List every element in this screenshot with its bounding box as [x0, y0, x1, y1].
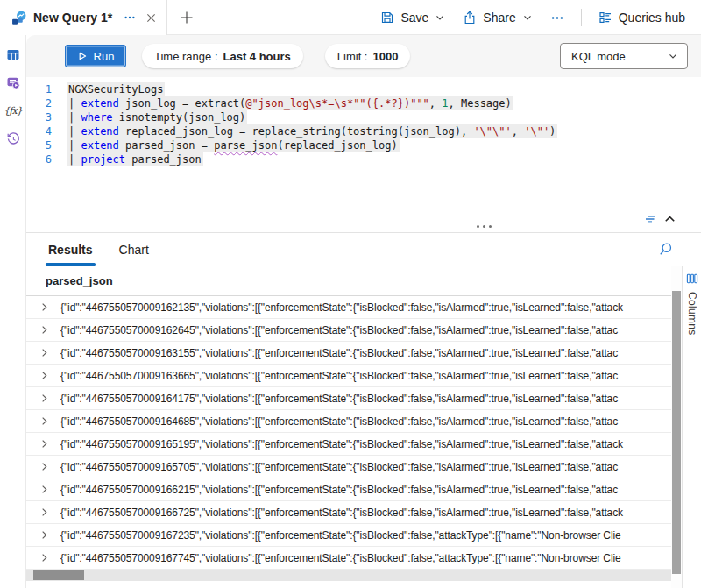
- row-expand-icon[interactable]: [39, 439, 49, 449]
- row-expand-icon[interactable]: [39, 302, 49, 312]
- query-editor[interactable]: 1NGXSecurityLogs2| extend json_log = ext…: [26, 77, 701, 233]
- table-row[interactable]: {"id":"4467550570009166215","violations"…: [26, 478, 671, 501]
- tab-chart[interactable]: Chart: [119, 233, 149, 266]
- row-json-text: {"id":"4467550570009167235","violations"…: [60, 529, 621, 542]
- table-row[interactable]: {"id":"4467550570009167745","violations"…: [26, 547, 671, 570]
- tab-title: New Query 1*: [33, 11, 112, 25]
- row-expand-icon[interactable]: [39, 507, 49, 517]
- row-expand-icon[interactable]: [39, 462, 49, 471]
- code-line[interactable]: 5| extend parsed_json = parse_json(repla…: [26, 138, 701, 152]
- main-panel: Run Time range : Last 4 hours Limit : 10…: [26, 35, 701, 588]
- horizontal-scrollbar-thumb[interactable]: [33, 570, 84, 580]
- code-line[interactable]: 2| extend json_log = extract(@"json_log\…: [26, 96, 701, 110]
- code-text: | extend replaced_json_log = replace_str…: [67, 124, 557, 138]
- play-icon: [77, 51, 88, 61]
- column-header-label: parsed_json: [46, 274, 113, 287]
- columns-icon: [686, 273, 698, 285]
- vertical-scrollbar-thumb[interactable]: [672, 291, 681, 574]
- adx-app-icon: [11, 11, 26, 25]
- table-row[interactable]: {"id":"4467550570009163155","violations"…: [26, 342, 671, 365]
- row-expand-icon[interactable]: [39, 485, 49, 494]
- row-json-text: {"id":"4467550570009166215","violations"…: [60, 484, 618, 496]
- tab-chart-label: Chart: [119, 243, 149, 257]
- tab-new-query[interactable]: New Query 1*: [0, 0, 167, 35]
- results-summary-icon[interactable]: [643, 212, 657, 226]
- table-row[interactable]: {"id":"4467550570009162645","violations"…: [26, 319, 671, 342]
- column-header-parsed-json[interactable]: parsed_json: [26, 266, 671, 296]
- sidebar-item-history[interactable]: [5, 131, 21, 146]
- new-tab-button[interactable]: [174, 5, 199, 30]
- table-row[interactable]: {"id":"4467550570009164175","violations"…: [26, 387, 671, 410]
- tab-results-label: Results: [48, 243, 93, 257]
- share-button[interactable]: Share: [456, 6, 539, 29]
- tab-close-icon[interactable]: [144, 11, 158, 25]
- run-button[interactable]: Run: [65, 45, 126, 67]
- table-row[interactable]: {"id":"4467550570009163665","violations"…: [26, 365, 671, 387]
- line-number: 4: [26, 124, 67, 138]
- queries-hub-button[interactable]: Queries hub: [591, 6, 692, 29]
- vertical-scrollbar[interactable]: [671, 266, 682, 588]
- sidebar-item-saved-queries[interactable]: [5, 74, 21, 90]
- code-text: | extend json_log = extract(@"json_log\s…: [67, 96, 513, 110]
- more-menu-icon: [550, 11, 564, 25]
- code-text: NGXSecurityLogs: [67, 82, 165, 96]
- line-number: 3: [26, 110, 67, 124]
- row-expand-icon[interactable]: [39, 416, 49, 426]
- limit-picker[interactable]: Limit : 1000: [325, 44, 411, 68]
- save-button[interactable]: Save: [373, 6, 452, 29]
- body: {ƒx} Run Time range : Last: [0, 35, 701, 588]
- history-icon: [6, 131, 20, 145]
- horizontal-scrollbar[interactable]: [26, 570, 671, 581]
- code-line[interactable]: 4| extend replaced_json_log = replace_st…: [26, 124, 701, 138]
- row-json-text: {"id":"4467550570009162645","violations"…: [60, 324, 618, 337]
- search-icon[interactable]: [658, 242, 673, 257]
- more-actions-button[interactable]: [543, 6, 571, 29]
- tab-bar-actions: Save Share: [373, 6, 701, 29]
- row-expand-icon[interactable]: [39, 553, 49, 563]
- tab-results[interactable]: Results: [48, 233, 93, 266]
- chevron-down-icon: [522, 12, 533, 23]
- sidebar-item-tables[interactable]: [5, 46, 21, 62]
- row-json-text: {"id":"4467550570009164175","violations"…: [60, 393, 618, 405]
- table-row[interactable]: {"id":"4467550570009164685","violations"…: [26, 410, 671, 433]
- row-expand-icon[interactable]: [39, 530, 49, 540]
- table-row[interactable]: {"id":"4467550570009165195","violations"…: [26, 433, 671, 456]
- results-rows: {"id":"4467550570009162135","violations"…: [26, 296, 671, 570]
- queries-hub-icon: [598, 11, 612, 25]
- query-mode-value: KQL mode: [571, 50, 626, 63]
- collapse-up-icon[interactable]: [663, 212, 677, 226]
- table-row[interactable]: {"id":"4467550570009167235","violations"…: [26, 524, 671, 547]
- table-row[interactable]: {"id":"4467550570009166725","violations"…: [26, 501, 671, 524]
- panel-resize-handle[interactable]: [477, 225, 492, 228]
- app-root: New Query 1* Save: [0, 0, 701, 588]
- row-json-text: {"id":"4467550570009165705","violations"…: [60, 461, 618, 473]
- row-expand-icon[interactable]: [39, 371, 49, 380]
- table-row[interactable]: {"id":"4467550570009165705","violations"…: [26, 456, 671, 478]
- code-line[interactable]: 6| project parsed_json: [26, 152, 701, 166]
- functions-icon: {ƒx}: [4, 105, 21, 117]
- row-expand-icon[interactable]: [39, 348, 49, 358]
- row-json-text: {"id":"4467550570009162135","violations"…: [60, 301, 623, 314]
- code-lines: 1NGXSecurityLogs2| extend json_log = ext…: [26, 82, 701, 166]
- save-label: Save: [400, 11, 428, 25]
- code-line[interactable]: 1NGXSecurityLogs: [26, 82, 701, 96]
- row-expand-icon[interactable]: [39, 393, 49, 403]
- results-grid: parsed_json {"id":"4467550570009162135",…: [26, 266, 671, 588]
- tab-bar: New Query 1* Save: [0, 0, 701, 35]
- row-expand-icon[interactable]: [39, 325, 49, 335]
- line-number: 6: [26, 152, 67, 166]
- line-number: 1: [26, 82, 67, 96]
- time-range-picker[interactable]: Time range : Last 4 hours: [142, 44, 303, 68]
- query-mode-select[interactable]: KQL mode: [560, 43, 688, 69]
- new-tab-icon: [180, 11, 194, 25]
- sidebar-item-functions[interactable]: {ƒx}: [5, 103, 21, 118]
- columns-side-panel[interactable]: Columns: [682, 266, 701, 588]
- tab-more-icon[interactable]: [123, 11, 137, 25]
- code-text: | extend parsed_json = parse_json(replac…: [67, 138, 400, 152]
- query-toolbar: Run Time range : Last 4 hours Limit : 10…: [26, 35, 701, 77]
- code-line[interactable]: 3| where isnotempty(json_log): [26, 110, 701, 124]
- line-number: 5: [26, 138, 67, 152]
- row-json-text: {"id":"4467550570009166725","violations"…: [60, 507, 623, 519]
- results-grid-area: parsed_json {"id":"4467550570009162135",…: [26, 266, 701, 588]
- table-row[interactable]: {"id":"4467550570009162135","violations"…: [26, 296, 671, 319]
